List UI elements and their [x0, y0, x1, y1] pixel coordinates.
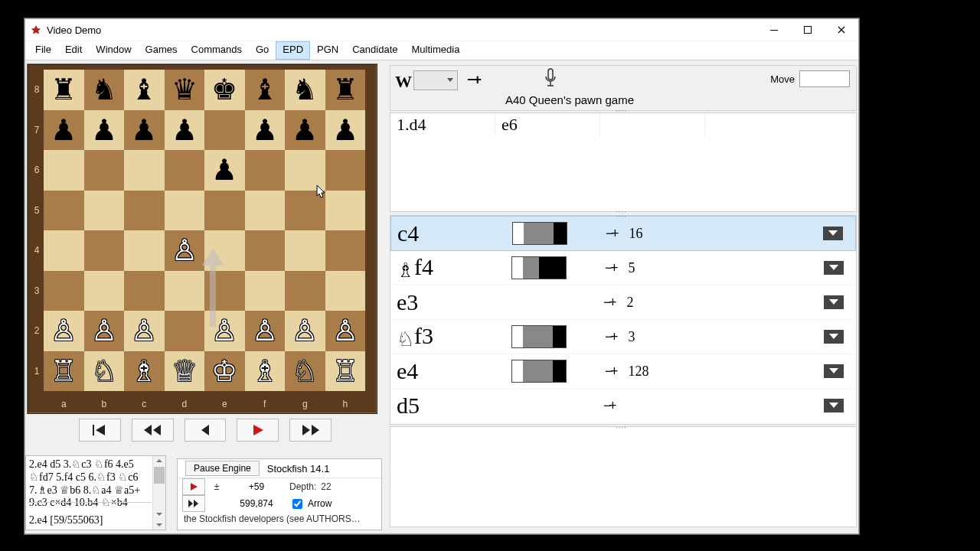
square-c8[interactable]: ♝	[124, 70, 165, 110]
microphone-icon[interactable]	[542, 67, 559, 89]
square-f2[interactable]: ♙	[245, 311, 286, 351]
square-b1[interactable]: ♘	[84, 351, 125, 392]
square-d3[interactable]	[165, 271, 205, 311]
grip-handle[interactable]	[616, 215, 631, 218]
engine-ff-button[interactable]	[182, 495, 205, 512]
square-g2[interactable]: ♙	[285, 311, 325, 351]
square-g1[interactable]: ♘	[285, 351, 325, 392]
square-c2[interactable]: ♙	[124, 311, 165, 351]
square-a4[interactable]	[44, 230, 84, 271]
nav-rewind-button[interactable]	[132, 419, 174, 442]
square-e5[interactable]	[204, 191, 245, 231]
square-c6[interactable]	[124, 150, 165, 191]
minimize-button[interactable]	[757, 19, 791, 41]
candidate-d5[interactable]: d5−+	[390, 389, 856, 423]
grip-handle[interactable]	[616, 425, 631, 429]
square-h4[interactable]	[325, 230, 366, 271]
candidate-dropdown[interactable]	[824, 399, 844, 412]
square-f8[interactable]: ♝	[245, 70, 286, 110]
square-c7[interactable]: ♟	[124, 110, 165, 151]
menu-commands[interactable]: Commands	[185, 41, 249, 60]
square-f7[interactable]: ♟	[245, 110, 286, 151]
candidate-f4[interactable]: ♗f4−+5	[390, 251, 856, 285]
menu-candidate[interactable]: Candidate	[345, 41, 404, 60]
square-g5[interactable]	[285, 191, 325, 231]
square-a8[interactable]: ♜	[44, 70, 84, 110]
menu-multimedia[interactable]: Multimedia	[405, 41, 467, 60]
menu-games[interactable]: Games	[139, 41, 185, 60]
square-b4[interactable]	[84, 230, 125, 271]
square-b3[interactable]	[84, 271, 125, 311]
square-a7[interactable]: ♟	[44, 110, 84, 151]
square-c4[interactable]	[124, 230, 165, 271]
square-e1[interactable]: ♔	[204, 351, 245, 392]
square-c5[interactable]	[124, 191, 165, 231]
square-f3[interactable]	[245, 271, 286, 311]
nav-back-button[interactable]	[185, 419, 227, 442]
move-list[interactable]: 1.d4 e6	[390, 112, 857, 212]
close-button[interactable]	[825, 19, 858, 41]
square-d5[interactable]	[165, 191, 205, 231]
chessboard[interactable]: 87654321 ♜♞♝♛♚♝♞♜♟♟♟♟♟♟♟♟♙♙♙♙♙♙♙♙♖♘♗♕♔♗♘…	[27, 64, 377, 414]
nav-first-button[interactable]	[79, 419, 121, 442]
pause-engine-button[interactable]: Pause Engine	[185, 461, 260, 476]
nav-play-button[interactable]	[237, 419, 279, 442]
square-e7[interactable]	[204, 110, 245, 151]
engine-play-button[interactable]	[182, 478, 205, 495]
square-h5[interactable]	[325, 191, 366, 231]
square-g6[interactable]	[285, 150, 325, 191]
candidate-dropdown[interactable]	[824, 330, 844, 344]
menu-file[interactable]: File	[28, 41, 58, 60]
square-d7[interactable]: ♟	[165, 110, 205, 151]
square-h8[interactable]: ♜	[325, 70, 366, 110]
square-h3[interactable]	[325, 271, 366, 311]
square-b2[interactable]: ♙	[84, 311, 125, 351]
menu-window[interactable]: Window	[89, 41, 138, 60]
menu-epd[interactable]: EPD	[276, 41, 310, 60]
square-a5[interactable]	[44, 191, 84, 231]
candidate-e3[interactable]: e3−+2	[390, 285, 856, 320]
square-g8[interactable]: ♞	[285, 70, 325, 110]
square-h6[interactable]	[325, 150, 366, 191]
square-b5[interactable]	[84, 191, 125, 231]
board-grid[interactable]: ♜♞♝♛♚♝♞♜♟♟♟♟♟♟♟♟♙♙♙♙♙♙♙♙♖♘♗♕♔♗♘♖	[44, 70, 365, 391]
square-f5[interactable]	[245, 191, 286, 231]
nav-forward-button[interactable]	[289, 419, 332, 442]
turn-dropdown[interactable]	[413, 70, 458, 90]
candidate-dropdown[interactable]	[824, 364, 844, 378]
square-g4[interactable]	[285, 230, 325, 271]
square-a2[interactable]: ♙	[44, 311, 84, 351]
candidate-dropdown[interactable]	[824, 295, 844, 309]
maximize-button[interactable]	[791, 19, 825, 41]
candidate-f3[interactable]: ♘f3−+3	[390, 320, 856, 354]
square-d2[interactable]	[165, 311, 205, 351]
menu-pgn[interactable]: PGN	[310, 41, 345, 60]
square-f6[interactable]	[245, 150, 286, 191]
square-a3[interactable]	[44, 271, 84, 311]
menu-edit[interactable]: Edit	[58, 41, 89, 60]
square-b7[interactable]: ♟	[84, 110, 125, 151]
square-a1[interactable]: ♖	[44, 351, 84, 392]
square-h7[interactable]: ♟	[325, 110, 366, 151]
square-c3[interactable]	[124, 271, 165, 311]
square-g7[interactable]: ♟	[285, 110, 325, 151]
square-d1[interactable]: ♕	[165, 351, 205, 392]
square-f4[interactable]	[245, 230, 286, 271]
candidate-dropdown[interactable]	[824, 261, 844, 275]
grip-handle[interactable]	[616, 209, 631, 214]
square-d4[interactable]: ♙	[165, 230, 205, 271]
square-f1[interactable]: ♗	[245, 351, 286, 392]
candidate-e4[interactable]: e4−+128	[390, 354, 856, 389]
square-b8[interactable]: ♞	[84, 70, 125, 110]
square-c1[interactable]: ♗	[124, 351, 165, 392]
move-input[interactable]	[799, 70, 850, 87]
candidate-c4[interactable]: c4−+16	[390, 216, 856, 251]
square-e8[interactable]: ♚	[204, 70, 245, 110]
eval-symbol[interactable]: −+	[467, 72, 480, 88]
pv-scrollbar[interactable]	[152, 456, 165, 530]
candidate-dropdown[interactable]	[823, 227, 843, 240]
square-a6[interactable]	[44, 150, 84, 191]
square-e6[interactable]: ♟	[204, 150, 245, 191]
arrow-checkbox[interactable]: Arrow	[289, 497, 332, 511]
square-d8[interactable]: ♛	[165, 70, 205, 110]
